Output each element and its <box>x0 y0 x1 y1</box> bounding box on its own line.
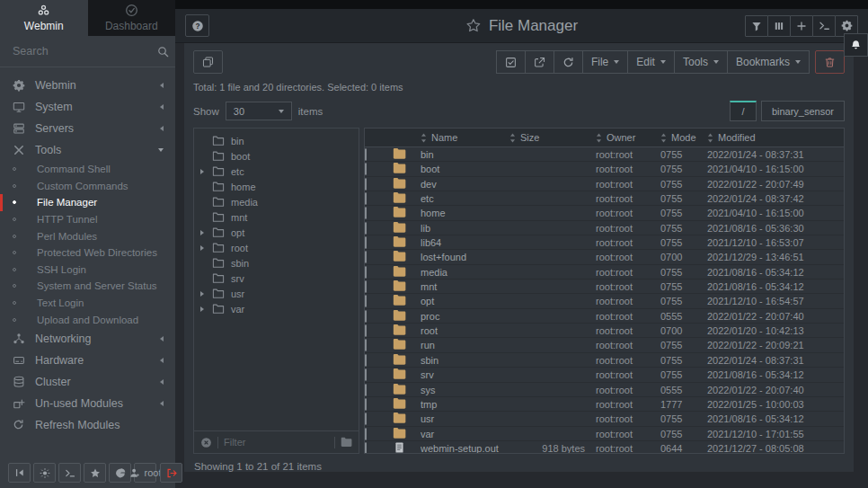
tree-item-media[interactable]: media <box>194 194 359 209</box>
sidebar-item-networking[interactable]: Networking <box>0 328 175 350</box>
table-row-mnt[interactable]: mntroot:root07552021/08/16 - 05:34:12 <box>365 279 844 294</box>
tree-item-var[interactable]: var <box>194 301 359 316</box>
column-header-owner[interactable]: Owner <box>596 132 660 143</box>
file-name[interactable]: boot <box>421 164 509 174</box>
table-row-webmin-setup-out[interactable]: webmin-setup.out918 bytesroot:root064420… <box>365 441 844 453</box>
sidebar-subitem-custom-commands[interactable]: Custom Commands <box>0 178 175 195</box>
file-name[interactable]: etc <box>421 193 509 204</box>
sidebar-subitem-http-tunnel[interactable]: HTTP Tunnel <box>0 211 175 228</box>
user-button[interactable]: root <box>134 463 156 483</box>
menu-tools-button[interactable]: Tools <box>674 50 728 74</box>
column-header-mode[interactable]: Mode <box>660 132 707 143</box>
tree-item-sbin[interactable]: sbin <box>194 255 359 271</box>
sidebar-subitem-protected-web-directories[interactable]: Protected Web Directories <box>0 244 175 262</box>
table-row-media[interactable]: mediaroot:root07552021/08/16 - 05:34:12 <box>365 265 844 279</box>
file-name[interactable]: sbin <box>421 355 509 366</box>
sidebar-subitem-system-and-server-status[interactable]: System and Server Status <box>0 278 175 295</box>
filter-button[interactable] <box>745 15 768 37</box>
row-checkbox[interactable] <box>365 310 367 323</box>
table-row-sys[interactable]: sysroot:root05552022/01/22 - 20:07:40 <box>365 383 844 397</box>
tree-item-mnt[interactable]: mnt <box>194 209 359 225</box>
table-row-lib64[interactable]: lib64root:root07552021/12/10 - 16:53:07 <box>365 235 844 250</box>
path-segment[interactable]: binary_sensor <box>761 101 845 121</box>
sidebar-item-un-used-modules[interactable]: Un-used Modules <box>0 393 175 414</box>
file-name[interactable]: webmin-setup.out <box>421 443 509 453</box>
menu-edit-button[interactable]: Edit <box>627 50 675 74</box>
row-checkbox[interactable] <box>365 413 367 425</box>
table-row-usr[interactable]: usrroot:root07552021/08/16 - 05:34:12 <box>365 412 844 426</box>
tree-item-boot[interactable]: boot <box>194 148 359 164</box>
tree-item-opt[interactable]: opt <box>194 225 359 240</box>
table-row-srv[interactable]: srvroot:root07552021/08/16 - 05:34:12 <box>365 368 844 382</box>
tree-item-usr[interactable]: usr <box>194 286 359 301</box>
sidebar-item-webmin[interactable]: Webmin <box>0 75 175 96</box>
trash-button[interactable] <box>815 50 845 74</box>
path-segment-root[interactable]: / <box>730 101 757 121</box>
file-name[interactable]: home <box>421 208 509 218</box>
row-checkbox[interactable] <box>365 148 367 161</box>
file-name[interactable]: run <box>421 340 509 350</box>
sidebar-item-hardware[interactable]: Hardware <box>0 350 175 371</box>
table-row-lib[interactable]: libroot:root07552021/08/16 - 05:36:30 <box>365 221 844 235</box>
sidebar-subitem-ssh-login[interactable]: SSH Login <box>0 262 175 279</box>
columns-button[interactable] <box>767 15 791 37</box>
table-row-tmp[interactable]: tmproot:root17772022/01/25 - 10:00:03 <box>365 397 844 412</box>
file-name[interactable]: media <box>421 267 509 278</box>
file-name[interactable]: mnt <box>421 281 509 292</box>
expander-icon[interactable] <box>200 306 212 312</box>
table-row-proc[interactable]: procroot:root05552022/01/22 - 20:07:40 <box>365 309 844 324</box>
expander-icon[interactable] <box>200 169 212 174</box>
table-row-lost-found[interactable]: lost+foundroot:root07002021/12/29 - 13:4… <box>365 250 844 264</box>
row-checkbox[interactable] <box>365 222 367 235</box>
file-name[interactable]: bin <box>421 149 509 160</box>
sidebar-item-refresh-modules[interactable]: Refresh Modules <box>0 414 175 436</box>
pie-chart-button[interactable] <box>109 463 131 483</box>
select-all-button[interactable] <box>496 50 526 74</box>
tree-item-bin[interactable]: bin <box>194 133 359 148</box>
table-row-dev[interactable]: devroot:root07552022/01/22 - 20:07:49 <box>365 177 844 191</box>
table-row-sbin[interactable]: sbinroot:root07552022/01/24 - 08:37:31 <box>365 353 844 368</box>
row-checkbox[interactable] <box>365 324 367 337</box>
table-row-bin[interactable]: binroot:root07552022/01/24 - 08:37:31 <box>365 147 844 162</box>
file-name[interactable]: opt <box>421 296 509 306</box>
sidebar-item-servers[interactable]: Servers <box>0 118 175 139</box>
expander-icon[interactable] <box>200 291 212 297</box>
table-row-root[interactable]: rootroot:root07002022/01/20 - 10:42:13 <box>365 324 844 338</box>
table-row-opt[interactable]: optroot:root07552021/12/10 - 16:54:57 <box>365 294 844 308</box>
folder-solid-icon[interactable] <box>341 437 352 448</box>
sidebar-item-tools[interactable]: Tools <box>0 139 175 161</box>
share-button[interactable] <box>525 50 554 74</box>
add-button[interactable] <box>790 15 813 37</box>
row-checkbox[interactable] <box>365 280 367 293</box>
collapse-sidebar-button[interactable] <box>8 463 31 483</box>
tree-item-etc[interactable]: etc <box>194 164 359 179</box>
table-row-home[interactable]: homeroot:root07552021/04/10 - 16:15:00 <box>365 206 844 220</box>
tree-filter-input[interactable] <box>224 437 329 448</box>
sidebar-item-system[interactable]: System <box>0 96 175 118</box>
sidebar-subitem-perl-modules[interactable]: Perl Modules <box>0 227 175 244</box>
sidebar-subitem-text-login[interactable]: Text Login <box>0 295 175 312</box>
row-checkbox[interactable] <box>365 398 367 411</box>
row-checkbox[interactable] <box>365 163 367 175</box>
file-name[interactable]: lib <box>421 223 509 234</box>
file-name[interactable]: var <box>421 429 509 439</box>
table-row-run[interactable]: runroot:root07552022/01/22 - 20:09:21 <box>365 338 844 352</box>
refresh-button[interactable] <box>554 50 583 74</box>
file-name[interactable]: root <box>421 325 509 336</box>
menu-file-button[interactable]: File <box>582 50 628 74</box>
file-name[interactable]: lib64 <box>421 237 509 248</box>
theme-sun-button[interactable] <box>33 463 56 483</box>
file-name[interactable]: usr <box>421 413 509 424</box>
table-row-etc[interactable]: etcroot:root07552022/01/24 - 08:37:42 <box>365 191 844 206</box>
expander-icon[interactable] <box>200 230 212 235</box>
terminal-button[interactable] <box>58 463 81 483</box>
row-checkbox[interactable] <box>365 295 367 307</box>
menu-bookmarks-button[interactable]: Bookmarks <box>727 50 810 74</box>
row-checkbox[interactable] <box>365 339 367 351</box>
circle-x-icon[interactable] <box>200 437 212 448</box>
table-row-boot[interactable]: bootroot:root07552021/04/10 - 16:15:00 <box>365 162 844 176</box>
row-checkbox[interactable] <box>365 251 367 263</box>
tree-item-home[interactable]: home <box>194 179 359 194</box>
file-name[interactable]: dev <box>421 179 509 190</box>
expander-icon[interactable] <box>200 245 212 251</box>
